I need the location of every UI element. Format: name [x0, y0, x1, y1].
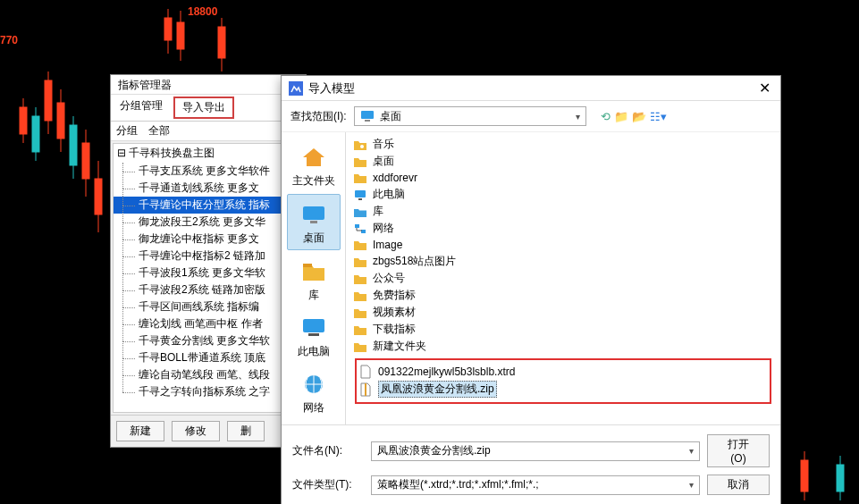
up-icon[interactable]: 📁 — [614, 110, 628, 123]
place-network[interactable]: 网络 — [282, 365, 345, 419]
tree-item[interactable]: 千寻波段2系统 链路加密版 — [114, 281, 303, 298]
file-row[interactable]: 库 — [353, 203, 773, 220]
tree-item[interactable]: 千寻支压系统 更多文华软件 — [114, 163, 303, 180]
thispc-icon — [298, 312, 330, 344]
highlighted-file-box: 091322mejlkywl5b3lsblb.xtrd凤凰波浪黄金分割线.zip — [355, 358, 771, 404]
zip-icon — [358, 382, 373, 397]
tree-item[interactable]: 御龙波段王2系统 更多文华 — [114, 214, 303, 231]
subtabs: 分组 全部 — [111, 122, 306, 141]
desktop-icon — [360, 110, 375, 122]
chevron-down-icon: ▾ — [576, 112, 580, 122]
folder-icon — [353, 238, 367, 252]
library-icon — [298, 256, 330, 288]
file-row[interactable]: 音乐 — [353, 136, 773, 153]
tab-group-mgmt[interactable]: 分组管理 — [111, 95, 172, 121]
tree-item[interactable]: 缠论划线 画笔画中枢 作者 — [114, 315, 303, 332]
price-label-side: 770 — [0, 34, 18, 46]
modify-button[interactable]: 修改 — [172, 421, 220, 441]
new-button[interactable]: 新建 — [116, 421, 164, 441]
folder-icon — [353, 255, 367, 269]
place-home[interactable]: 主文件夹 — [282, 138, 345, 192]
open-button[interactable]: 打开(O) — [707, 434, 770, 467]
svg-point-45 — [360, 145, 364, 148]
file-row[interactable]: 网络 — [353, 220, 773, 237]
subtab-group[interactable]: 分组 — [116, 123, 138, 139]
svg-rect-39 — [303, 206, 324, 220]
svg-rect-33 — [801, 460, 808, 491]
svg-rect-42 — [303, 319, 324, 332]
filetype-combo[interactable]: 策略模型(*.xtrd;*.trd;*.xfml;*.fml;*.; ▾ — [371, 475, 700, 495]
svg-rect-21 — [218, 27, 225, 58]
svg-rect-43 — [308, 333, 319, 336]
file-row[interactable]: xddforevr — [353, 170, 773, 186]
back-icon[interactable]: ⟲ — [601, 110, 611, 123]
window-footer: 新建 修改 删 — [111, 415, 306, 447]
file-row[interactable]: Image — [353, 237, 773, 253]
place-thispc[interactable]: 此电脑 — [282, 308, 345, 363]
file-row[interactable]: 公众号 — [353, 270, 773, 287]
tree-item[interactable]: 千寻之字转向指标系统 之字 — [114, 383, 303, 400]
place-desktop[interactable]: 桌面 — [287, 194, 341, 250]
tree-item[interactable]: 缠论自动笔线段 画笔、线段 — [114, 366, 303, 383]
svg-rect-17 — [164, 18, 172, 40]
window-title: 指标管理器 — [111, 75, 306, 95]
new-folder-icon[interactable]: 📂 — [632, 110, 646, 123]
tree-item[interactable]: 千寻黄金分割线 更多文华软 — [114, 332, 303, 349]
svg-rect-47 — [358, 198, 362, 200]
svg-rect-9 — [70, 125, 77, 165]
file-row[interactable]: 新建文件夹 — [353, 338, 773, 355]
svg-rect-50 — [365, 383, 366, 396]
file-row[interactable]: 免费指标 — [353, 287, 773, 304]
file-row[interactable]: 此电脑 — [353, 186, 773, 203]
svg-rect-40 — [310, 221, 317, 223]
delete-button[interactable]: 删 — [227, 421, 265, 441]
dialog-titlebar[interactable]: 导入模型 ✕ — [282, 76, 780, 101]
tree-item[interactable]: 千寻通道划线系统 更多文 — [114, 180, 303, 197]
folder-icon — [353, 289, 367, 303]
toolbar-icons: ⟲ 📁 📂 ☷▾ — [601, 110, 667, 123]
svg-rect-1 — [20, 107, 27, 134]
tree-root[interactable]: ⊟ 千寻科技换盘主图 — [114, 144, 303, 163]
close-button[interactable]: ✕ — [755, 80, 773, 97]
svg-rect-13 — [95, 179, 102, 214]
filetype-label: 文件类型(T): — [292, 477, 364, 492]
tree-item[interactable]: 千寻缠论中枢分型系统 指标 — [114, 197, 303, 214]
look-in-combo[interactable]: 桌面 ▾ — [354, 106, 586, 126]
library-icon — [353, 205, 367, 219]
tree-item[interactable]: 千寻BOLL带通道系统 顶底 — [114, 349, 303, 366]
svg-rect-46 — [355, 190, 366, 197]
file-row[interactable]: zbgs518站点图片 — [353, 253, 773, 270]
thispc-icon — [353, 188, 367, 202]
tree-item[interactable]: 千寻区间画线系统 指标编 — [114, 298, 303, 315]
tree-item[interactable]: 御龙缠论中枢指标 更多文 — [114, 231, 303, 248]
tree-item[interactable]: 千寻波段1系统 更多文华软 — [114, 265, 303, 281]
file-row[interactable]: 桌面 — [353, 153, 773, 170]
file-row[interactable]: 下载指标 — [353, 321, 773, 338]
file-icon — [358, 365, 373, 379]
svg-rect-41 — [303, 264, 312, 267]
home-icon — [298, 141, 330, 173]
cancel-button[interactable]: 取消 — [707, 475, 770, 495]
svg-rect-11 — [82, 143, 89, 179]
look-in-label: 查找范围(I): — [291, 109, 347, 124]
dialog-footer: 文件名(N): 凤凰波浪黄金分割线.zip ▾ 打开(O) 文件类型(T): 策… — [282, 424, 780, 504]
filename-combo[interactable]: 凤凰波浪黄金分割线.zip ▾ — [371, 441, 700, 461]
file-row[interactable]: 091322mejlkywl5b3lsblb.xtrd — [358, 364, 768, 380]
svg-rect-5 — [45, 80, 52, 121]
desktop-icon — [298, 198, 330, 231]
indicator-manager-window: 指标管理器 分组管理 导入导出 分组 全部 ⊟ 千寻科技换盘主图 千寻支压系统 … — [110, 74, 307, 448]
file-row[interactable]: 凤凰波浪黄金分割线.zip — [358, 380, 768, 399]
folder-icon — [353, 323, 367, 337]
file-row[interactable]: 视频素材 — [353, 304, 773, 321]
import-model-dialog: 导入模型 ✕ 查找范围(I): 桌面 ▾ ⟲ 📁 📂 ☷▾ 主文件夹桌面库此电脑… — [281, 75, 781, 504]
svg-rect-19 — [177, 22, 184, 49]
tab-import-export[interactable]: 导入导出 — [173, 97, 234, 119]
tabs-row: 分组管理 导入导出 — [111, 95, 306, 122]
file-list[interactable]: 音乐桌面xddforevr此电脑库网络Imagezbgs518站点图片公众号免费… — [346, 132, 780, 424]
svg-rect-7 — [57, 103, 64, 139]
subtab-all[interactable]: 全部 — [148, 123, 170, 139]
indicator-tree[interactable]: ⊟ 千寻科技换盘主图 千寻支压系统 更多文华软件千寻通道划线系统 更多文千寻缠论… — [113, 143, 304, 413]
place-library[interactable]: 库 — [282, 252, 345, 307]
view-menu-icon[interactable]: ☷▾ — [650, 110, 667, 123]
tree-item[interactable]: 千寻缠论中枢指标2 链路加 — [114, 248, 303, 265]
